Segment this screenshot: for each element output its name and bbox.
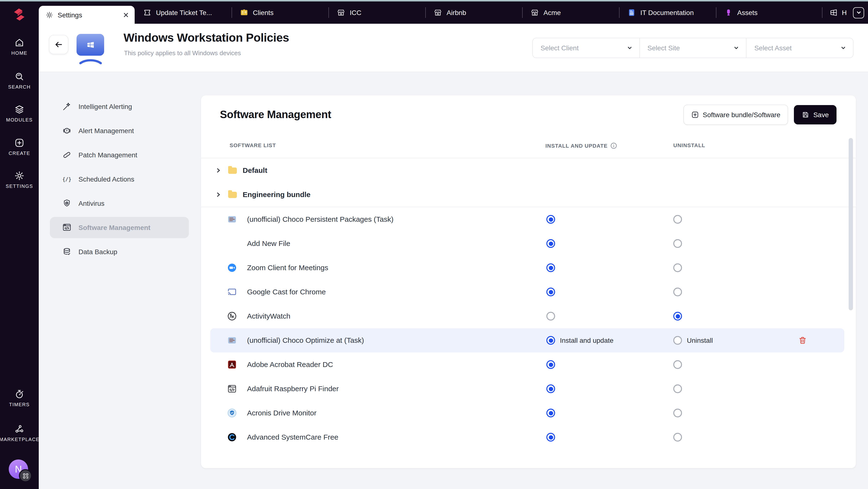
column-install-update: INSTALL AND UPDATE	[546, 142, 617, 149]
select-placeholder: Select Site	[647, 44, 733, 52]
close-icon[interactable]	[123, 12, 129, 18]
windows-grid-icon[interactable]	[829, 8, 838, 17]
nav-item-intelligent-alerting[interactable]: Intelligent Alerting	[50, 94, 189, 119]
table-row: (unofficial) Choco Persistent Packages (…	[201, 207, 856, 231]
install-radio[interactable]	[547, 215, 555, 224]
database-icon	[62, 247, 72, 257]
assets-icon	[724, 8, 733, 17]
uninstall-option-label: Uninstall	[687, 336, 713, 344]
select-placeholder: Select Asset	[754, 44, 840, 52]
qr-badge[interactable]	[19, 469, 32, 482]
tab-assets[interactable]: Assets	[716, 1, 813, 24]
button-label: Save	[813, 111, 829, 119]
uninstall-radio[interactable]	[673, 312, 682, 321]
sidebar-item-home[interactable]: HOME	[0, 37, 39, 56]
code-braces-icon	[62, 174, 72, 184]
tab-settings[interactable]: Settings	[39, 6, 135, 24]
shield-virus-icon	[62, 198, 72, 208]
sidebar-item-modules[interactable]: MODULES	[0, 104, 39, 123]
uninstall-radio[interactable]	[673, 215, 682, 224]
folder-row-engineering-bundle[interactable]: Engineering bundle	[201, 183, 856, 207]
uninstall-radio[interactable]	[673, 288, 682, 296]
nav-item-alert-management[interactable]: Alert Management	[50, 119, 189, 143]
install-radio[interactable]	[547, 288, 555, 296]
tab-label: Settings	[58, 11, 119, 19]
home-icon	[14, 37, 25, 48]
tab-label: ICC	[350, 9, 361, 17]
tab-label: IT Documentation	[640, 9, 694, 17]
uninstall-radio[interactable]	[673, 409, 682, 417]
install-option-label: Install and update	[560, 336, 614, 344]
tab-clients[interactable]: Clients	[231, 1, 329, 24]
table-row: Adafruit Raspberry Pi Finder	[201, 377, 856, 401]
uninstall-radio[interactable]	[673, 336, 682, 345]
ticket-icon	[143, 8, 152, 17]
add-software-bundle-button[interactable]: Software bundle/Software	[683, 105, 788, 125]
sidebar-item-settings[interactable]: SETTINGS	[0, 170, 39, 189]
window-code-icon	[62, 223, 72, 232]
back-button[interactable]	[49, 35, 68, 54]
folder-icon	[228, 167, 237, 174]
install-radio[interactable]	[547, 433, 555, 442]
select-asset-dropdown[interactable]: Select Asset	[746, 38, 853, 58]
install-radio[interactable]	[547, 312, 555, 321]
install-radio[interactable]	[547, 409, 555, 417]
info-icon[interactable]	[611, 142, 617, 149]
nav-item-antivirus[interactable]: Antivirus	[50, 191, 189, 216]
tab-icc[interactable]: ICC	[329, 1, 425, 24]
install-radio[interactable]	[547, 263, 555, 272]
sidebar-item-marketplace[interactable]: MARKETPLACE	[0, 424, 39, 442]
stopwatch-icon	[14, 389, 25, 399]
choco-icon	[227, 335, 237, 345]
folder-icon	[228, 192, 237, 198]
column-uninstall: UNINSTALL	[673, 142, 705, 148]
software-name: (unofficial) Choco Optimize at (Task)	[247, 336, 364, 344]
tab-acme[interactable]: Acme	[522, 1, 619, 24]
cast-icon	[227, 287, 237, 297]
select-client-dropdown[interactable]: Select Client	[533, 38, 639, 58]
scrollbar-thumb[interactable]	[848, 138, 853, 311]
page-header: Windows Workstation Policies This policy…	[39, 24, 868, 72]
alert-circle-icon	[62, 126, 72, 136]
uninstall-radio[interactable]	[673, 263, 682, 272]
tab-list-button[interactable]	[853, 7, 864, 18]
chevron-right-icon[interactable]	[216, 192, 221, 197]
uninstall-radio[interactable]	[673, 239, 682, 248]
uninstall-radio[interactable]	[673, 433, 682, 442]
select-site-dropdown[interactable]: Select Site	[639, 38, 746, 58]
gear-icon	[45, 11, 53, 19]
install-radio[interactable]	[547, 384, 555, 393]
nav-item-data-backup[interactable]: Data Backup	[50, 240, 189, 264]
chevron-right-icon[interactable]	[216, 168, 221, 173]
tab-it-documentation[interactable]: IT Documentation	[619, 1, 716, 24]
software-rows: (unofficial) Choco Persistent Packages (…	[201, 207, 856, 449]
policy-settings-nav: Intelligent Alerting Alert Management Pa…	[50, 94, 189, 264]
sidebar-item-timers[interactable]: TIMERS	[0, 389, 39, 407]
plus-square-icon	[691, 111, 699, 119]
nav-item-software-management[interactable]: Software Management	[50, 217, 189, 238]
folder-row-default[interactable]: Default	[201, 158, 856, 183]
uninstall-radio[interactable]	[673, 360, 682, 369]
install-radio[interactable]	[547, 336, 555, 345]
sidebar-item-search[interactable]: SEARCH	[0, 71, 39, 90]
scope-select-group: Select Client Select Site Select Asset	[532, 38, 854, 58]
choco-icon	[227, 215, 237, 224]
tab-update-ticket[interactable]: Update Ticket Te...	[135, 1, 231, 24]
sidebar-item-create[interactable]: CREATE	[0, 137, 39, 156]
tab-airbnb[interactable]: Airbnb	[425, 1, 522, 24]
install-radio[interactable]	[547, 239, 555, 248]
nav-item-label: Alert Management	[79, 127, 134, 135]
uninstall-radio[interactable]	[673, 384, 682, 393]
table-row: Google Cast for Chrome	[201, 280, 856, 304]
chevron-down-icon	[856, 10, 862, 15]
windows-icon	[85, 39, 96, 50]
trash-icon[interactable]	[798, 336, 807, 345]
table-row: Acronis Drive Monitor	[201, 401, 856, 425]
nav-item-patch-management[interactable]: Patch Management	[50, 143, 189, 167]
truncated-tab-label[interactable]: H	[842, 9, 847, 17]
nav-item-scheduled-actions[interactable]: Scheduled Actions	[50, 167, 189, 191]
save-button[interactable]: Save	[794, 105, 837, 124]
software-name: Add New File	[247, 239, 290, 248]
install-radio[interactable]	[547, 360, 555, 369]
sidebar-item-label: MARKETPLACE	[0, 437, 39, 442]
